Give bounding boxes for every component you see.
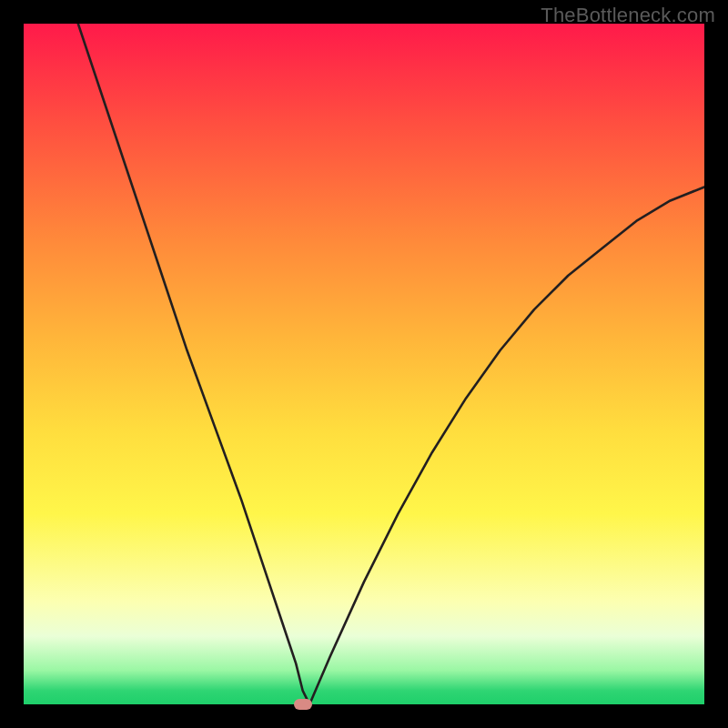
- optimum-marker: [294, 699, 312, 710]
- bottleneck-curve: [24, 24, 704, 704]
- chart-plot-area: [24, 24, 704, 704]
